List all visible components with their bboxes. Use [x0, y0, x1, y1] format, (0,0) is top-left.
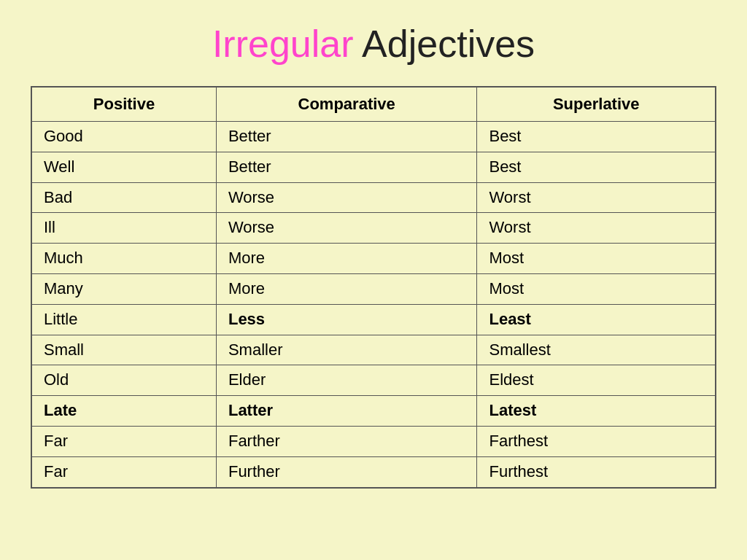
- cell-comparative: Latter: [216, 396, 477, 427]
- cell-superlative: Best: [477, 152, 716, 182]
- cell-positive: Far: [31, 426, 216, 456]
- header-comparative: Comparative: [216, 87, 477, 122]
- cell-positive: Many: [31, 273, 216, 304]
- cell-comparative: Further: [216, 456, 477, 487]
- cell-positive: Late: [31, 396, 216, 427]
- table-row: IllWorseWorst: [31, 213, 716, 244]
- cell-comparative: Better: [216, 152, 477, 182]
- cell-comparative: Elder: [216, 365, 477, 396]
- cell-superlative: Most: [477, 273, 716, 304]
- table-row: GoodBetterBest: [31, 122, 716, 152]
- title-irregular: Irregular: [212, 23, 354, 65]
- cell-superlative: Least: [477, 304, 716, 335]
- cell-superlative: Worst: [477, 182, 716, 213]
- cell-superlative: Smallest: [477, 335, 716, 365]
- table-row: OldElderEldest: [31, 365, 716, 396]
- cell-positive: Ill: [31, 213, 216, 244]
- table-row: WellBetterBest: [31, 152, 716, 182]
- cell-comparative: Farther: [216, 426, 477, 456]
- table-row: FarFurtherFurthest: [31, 456, 716, 487]
- adjectives-table: Positive Comparative Superlative GoodBet…: [31, 86, 716, 489]
- cell-positive: Little: [31, 304, 216, 335]
- cell-positive: Small: [31, 335, 216, 365]
- header-positive: Positive: [31, 87, 216, 122]
- table-row: SmallSmallerSmallest: [31, 335, 716, 365]
- cell-comparative: Worse: [216, 182, 477, 213]
- cell-superlative: Best: [477, 122, 716, 152]
- title-adjectives: Adjectives: [354, 23, 535, 65]
- cell-superlative: Most: [477, 244, 716, 274]
- table-row: MuchMoreMost: [31, 244, 716, 274]
- cell-positive: Bad: [31, 182, 216, 213]
- table-header-row: Positive Comparative Superlative: [31, 87, 716, 122]
- cell-positive: Much: [31, 244, 216, 274]
- table-row: LateLatterLatest: [31, 396, 716, 427]
- cell-positive: Old: [31, 365, 216, 396]
- cell-superlative: Latest: [477, 396, 716, 427]
- cell-positive: Good: [31, 122, 216, 152]
- cell-superlative: Furthest: [477, 456, 716, 487]
- table-row: LittleLessLeast: [31, 304, 716, 335]
- page-title: Irregular Adjectives: [212, 22, 535, 66]
- table-row: ManyMoreMost: [31, 273, 716, 304]
- cell-comparative: More: [216, 273, 477, 304]
- cell-comparative: More: [216, 244, 477, 274]
- table-row: BadWorseWorst: [31, 182, 716, 213]
- cell-positive: Far: [31, 456, 216, 487]
- cell-comparative: Better: [216, 122, 477, 152]
- cell-comparative: Smaller: [216, 335, 477, 365]
- cell-superlative: Worst: [477, 213, 716, 244]
- table-row: FarFartherFarthest: [31, 426, 716, 456]
- cell-comparative: Worse: [216, 213, 477, 244]
- cell-superlative: Farthest: [477, 426, 716, 456]
- cell-comparative: Less: [216, 304, 477, 335]
- cell-positive: Well: [31, 152, 216, 182]
- header-superlative: Superlative: [477, 87, 716, 122]
- cell-superlative: Eldest: [477, 365, 716, 396]
